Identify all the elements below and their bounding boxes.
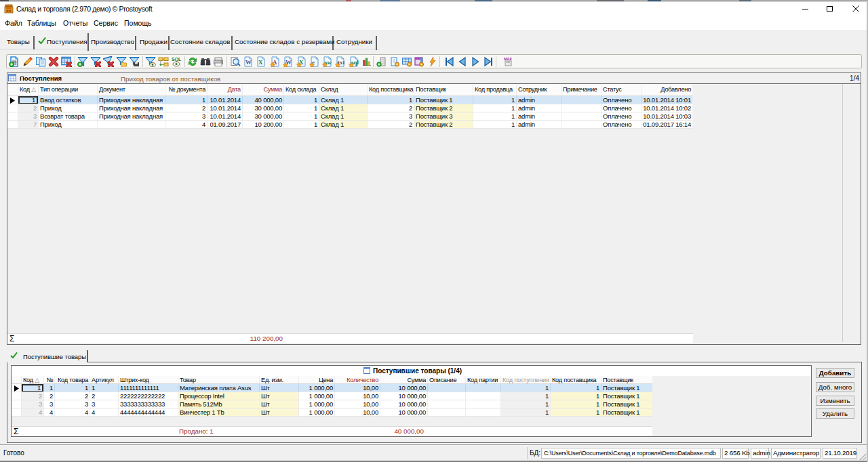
svg-text:SQL: SQL: [172, 57, 182, 62]
svg-text:МАК: МАК: [504, 57, 513, 61]
svg-text:X: X: [258, 59, 263, 66]
svg-text:W: W: [245, 59, 252, 66]
